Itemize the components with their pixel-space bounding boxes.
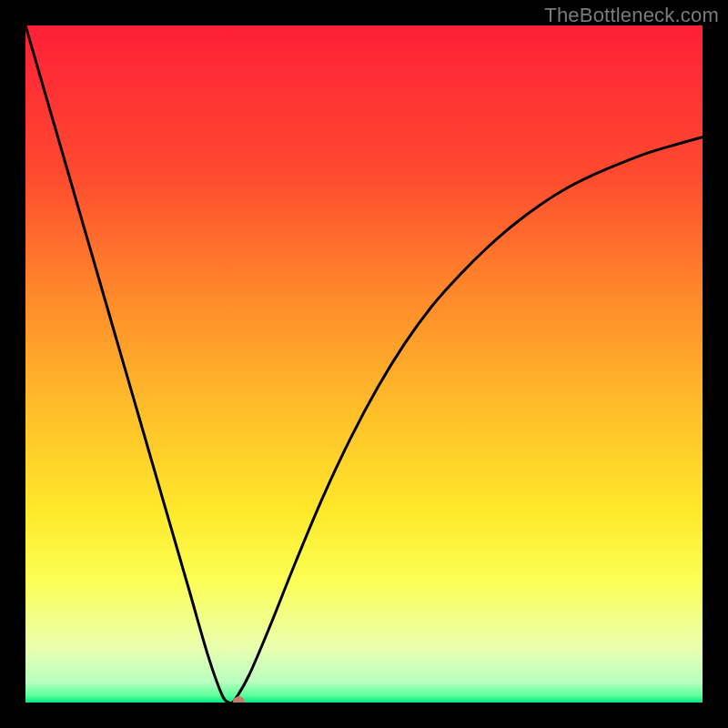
bottleneck-chart [25, 25, 703, 703]
gradient-background [25, 25, 703, 703]
attribution-watermark: TheBottleneck.com [544, 4, 719, 27]
chart-container: TheBottleneck.com [0, 0, 728, 728]
plot-area [25, 25, 703, 703]
